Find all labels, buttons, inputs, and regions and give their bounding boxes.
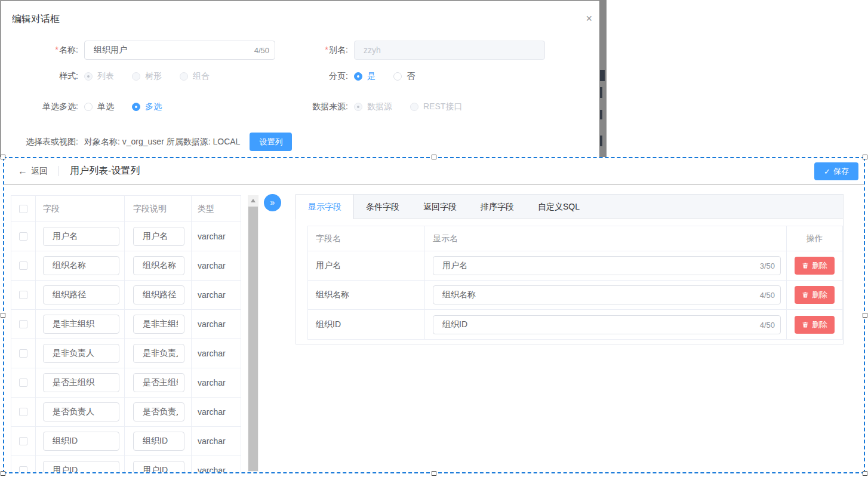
delete-button[interactable]: 删除 xyxy=(795,257,835,275)
radio-icon xyxy=(84,103,93,111)
field-name-text: 用户名 xyxy=(308,251,425,280)
row-checkbox[interactable] xyxy=(19,261,27,270)
type-text: varchar xyxy=(192,222,241,251)
desc-input[interactable] xyxy=(133,402,184,421)
radio-multi-select[interactable]: 多选 xyxy=(132,101,162,112)
row-checkbox[interactable] xyxy=(19,437,27,445)
radio-icon xyxy=(132,72,140,81)
row-checkbox[interactable] xyxy=(19,408,27,416)
desc-input[interactable] xyxy=(133,227,184,246)
field-input[interactable] xyxy=(43,285,119,304)
save-button[interactable]: ✓ 保存 xyxy=(814,162,858,180)
panel-title: 用户列表-设置列 xyxy=(70,165,140,177)
row-checkbox[interactable] xyxy=(19,378,27,387)
table-row: varchar xyxy=(11,398,241,427)
selection-handle[interactable] xyxy=(1,471,5,476)
paging-radio-group: 是 否 xyxy=(354,71,433,82)
required-mark: * xyxy=(325,45,328,54)
radio-style-combo[interactable]: 组合 xyxy=(180,71,210,82)
display-name-input[interactable] xyxy=(433,315,781,334)
desc-input[interactable] xyxy=(133,461,184,473)
radio-style-tree[interactable]: 树形 xyxy=(132,71,162,82)
display-name-counter: 4/50 xyxy=(760,291,775,300)
panel-body: 字段 字段说明 类型 varchar varchar varchar xyxy=(4,184,864,472)
back-button[interactable]: ← 返回 xyxy=(18,166,48,177)
radio-icon xyxy=(354,72,362,81)
selection-handle[interactable] xyxy=(432,471,436,476)
tab-display-fields[interactable]: 显示字段 xyxy=(296,195,354,219)
desc-input[interactable] xyxy=(133,256,184,275)
col-header-action: 操作 xyxy=(787,226,842,251)
radio-paging-yes[interactable]: 是 xyxy=(354,71,375,82)
radio-paging-no[interactable]: 否 xyxy=(393,71,415,82)
field-input[interactable] xyxy=(43,461,119,473)
table-row: varchar xyxy=(11,427,241,456)
type-text: varchar xyxy=(192,456,241,473)
tab-custom-sql[interactable]: 自定义SQL xyxy=(526,195,592,218)
selection-handle[interactable] xyxy=(1,155,5,159)
display-name-input[interactable] xyxy=(433,256,781,275)
type-text: varchar xyxy=(192,339,241,368)
tab-bar: 显示字段 条件字段 返回字段 排序字段 自定义SQL xyxy=(296,195,843,219)
radio-single-select[interactable]: 单选 xyxy=(84,101,114,112)
expand-button[interactable]: » xyxy=(264,194,281,211)
selection-handle[interactable] xyxy=(863,471,867,476)
alias-label: *别名: xyxy=(282,45,354,56)
name-label: *名称: xyxy=(1,45,84,56)
row-checkbox[interactable] xyxy=(19,349,27,358)
table-row: varchar xyxy=(11,310,241,339)
tab-condition-fields[interactable]: 条件字段 xyxy=(354,195,411,218)
desc-input[interactable] xyxy=(133,285,184,304)
field-input[interactable] xyxy=(43,344,119,363)
field-input[interactable] xyxy=(43,373,119,392)
radio-icon xyxy=(354,103,362,111)
radio-icon xyxy=(132,103,140,111)
display-name-input[interactable] xyxy=(433,285,781,304)
field-input[interactable] xyxy=(43,227,119,246)
col-header-type: 类型 xyxy=(192,196,241,221)
alias-input[interactable] xyxy=(354,41,545,60)
table-row: varchar xyxy=(11,456,241,473)
panel-header: ← 返回 用户列表-设置列 ✓ 保存 xyxy=(4,158,864,184)
delete-button[interactable]: 删除 xyxy=(795,286,835,304)
row-checkbox[interactable] xyxy=(19,466,27,473)
display-name-counter: 4/50 xyxy=(760,320,775,329)
row-checkbox[interactable] xyxy=(19,232,27,241)
radio-datasource[interactable]: 数据源 xyxy=(354,101,392,112)
set-columns-button[interactable]: 设置列 xyxy=(250,133,292,151)
col-header-desc: 字段说明 xyxy=(125,196,192,221)
type-text: varchar xyxy=(192,310,241,338)
check-icon: ✓ xyxy=(824,167,830,176)
selection-handle[interactable] xyxy=(863,313,867,318)
type-text: varchar xyxy=(192,251,241,280)
scrollbar-thumb[interactable] xyxy=(248,207,258,471)
fields-config-card: 显示字段 条件字段 返回字段 排序字段 自定义SQL 字段名 显示名 操作 用户… xyxy=(296,194,844,344)
table-row: varchar xyxy=(11,222,241,251)
close-icon[interactable]: × xyxy=(586,13,592,24)
field-input[interactable] xyxy=(43,256,119,275)
row-checkbox[interactable] xyxy=(19,320,27,328)
select-all-checkbox[interactable] xyxy=(19,205,27,213)
tab-sort-fields[interactable]: 排序字段 xyxy=(469,195,526,218)
field-input[interactable] xyxy=(43,402,119,421)
name-input[interactable] xyxy=(84,41,275,60)
field-input[interactable] xyxy=(43,432,119,451)
desc-input[interactable] xyxy=(133,373,184,392)
display-table-header: 字段名 显示名 操作 xyxy=(308,226,842,251)
row-checkbox[interactable] xyxy=(19,291,27,299)
scroll-up-button[interactable] xyxy=(248,195,258,205)
desc-input[interactable] xyxy=(133,315,184,334)
type-text: varchar xyxy=(192,368,241,397)
selection-handle[interactable] xyxy=(432,155,436,159)
radio-style-list[interactable]: 列表 xyxy=(84,71,114,82)
field-input[interactable] xyxy=(43,315,119,334)
desc-input[interactable] xyxy=(133,432,184,451)
fields-table-scrollbar[interactable] xyxy=(248,195,258,472)
selection-handle[interactable] xyxy=(863,155,867,159)
display-name-counter: 3/50 xyxy=(760,261,775,270)
delete-button[interactable]: 删除 xyxy=(795,316,835,334)
radio-rest-api[interactable]: REST接口 xyxy=(410,101,462,112)
tab-return-fields[interactable]: 返回字段 xyxy=(411,195,469,218)
desc-input[interactable] xyxy=(133,344,184,363)
selection-handle[interactable] xyxy=(1,313,5,318)
